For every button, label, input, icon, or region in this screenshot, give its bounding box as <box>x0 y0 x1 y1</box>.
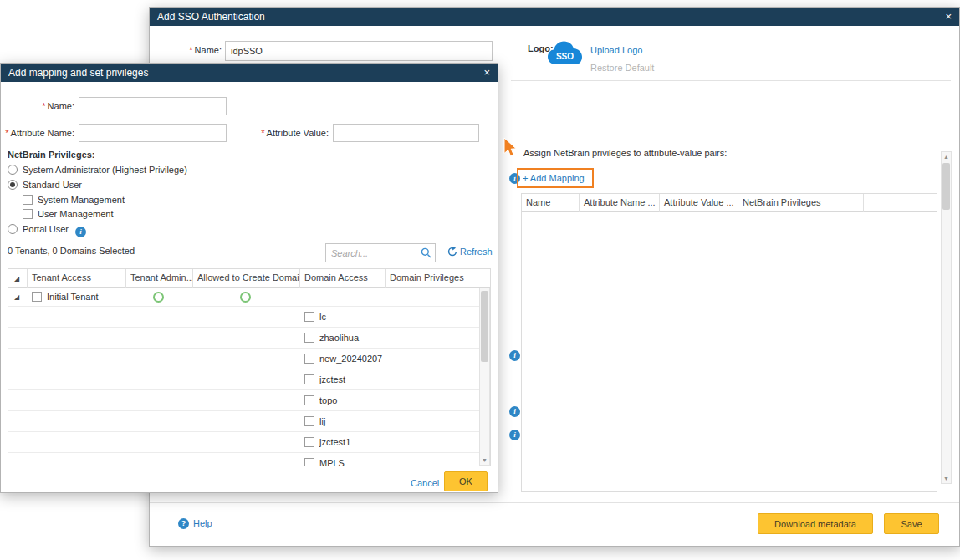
col-allowed-create-domain: Allowed to Create Domain ... <box>192 269 299 288</box>
info-icon[interactable]: i <box>509 350 520 361</box>
sso-dialog-title: Add SSO Authentication <box>157 8 265 26</box>
attribute-value-input[interactable] <box>333 124 479 142</box>
add-mapping-highlight-annotation: + Add Mapping <box>517 168 594 188</box>
close-icon[interactable]: × <box>483 64 490 82</box>
col-empty <box>863 194 937 212</box>
domain-row: zhaolihua <box>8 328 490 349</box>
domain-checkbox[interactable] <box>304 312 314 322</box>
checkbox-system-management[interactable]: System Management <box>23 195 125 205</box>
sso-mapping-table-header: Name Attribute Name ... Attribute Value … <box>522 194 937 212</box>
domain-name: jzctest <box>319 369 345 390</box>
radio-system-administrator[interactable]: System Administrator (Highest Privilege) <box>8 165 187 175</box>
checkbox-icon[interactable] <box>23 195 33 205</box>
required-asterisk: * <box>42 101 45 111</box>
col-attribute-name: Attribute Name ... <box>579 194 659 212</box>
sso-name-label-text: Name: <box>195 45 222 55</box>
checkbox-icon[interactable] <box>23 209 33 219</box>
col-domain-privileges: Domain Privileges <box>385 269 491 288</box>
col-tenant-admin: Tenant Admin... <box>125 269 192 288</box>
ok-button[interactable]: OK <box>444 471 488 491</box>
tenant-row: ◢ Initial Tenant <box>8 288 490 307</box>
domain-row: lij <box>8 411 490 432</box>
close-icon[interactable]: × <box>945 8 952 26</box>
upload-logo-link[interactable]: Upload Logo <box>590 45 642 55</box>
logo-section-divider <box>511 80 951 81</box>
domain-checkbox[interactable] <box>304 458 314 466</box>
help-icon[interactable]: ? <box>178 518 189 529</box>
search-icon[interactable] <box>421 247 431 258</box>
mapping-dialog-titlebar: Add mapping and set privileges × <box>1 64 498 82</box>
sso-panel-scrollbar[interactable]: ▲ ▼ <box>941 151 952 484</box>
checkbox-user-management[interactable]: User Management <box>23 209 114 219</box>
radio-icon[interactable] <box>8 165 18 175</box>
domain-checkbox[interactable] <box>304 374 314 384</box>
domain-checkbox[interactable] <box>304 354 314 364</box>
domain-name: MPLS <box>319 453 345 466</box>
domain-name: topo <box>319 390 337 411</box>
tenant-table-header: ◢ Tenant Access Tenant Admin... Allowed … <box>8 269 490 288</box>
domain-name: new_20240207 <box>319 349 382 369</box>
domain-row: MPLS <box>8 453 490 466</box>
scroll-down-icon[interactable]: ▼ <box>480 457 489 463</box>
attribute-name-label-text: Attribute Name: <box>11 128 74 138</box>
add-mapping-link[interactable]: + Add Mapping <box>523 171 585 185</box>
mapping-name-label: *Name: <box>1 97 74 115</box>
sso-mapping-table: Name Attribute Name ... Attribute Value … <box>521 193 937 492</box>
sso-name-input[interactable] <box>225 41 493 61</box>
tenant-table-scrollbar[interactable]: ▼ <box>479 288 490 466</box>
refresh-button[interactable]: Refresh <box>447 247 493 257</box>
domain-row: jzctest <box>8 369 490 390</box>
scrollbar-thumb[interactable] <box>481 291 488 362</box>
cancel-button[interactable]: Cancel <box>411 477 439 489</box>
scroll-up-icon[interactable]: ▲ <box>942 154 951 160</box>
search-input[interactable] <box>326 244 418 262</box>
radio-selected-icon[interactable] <box>8 180 18 190</box>
attribute-name-input[interactable] <box>79 124 227 142</box>
col-name: Name <box>522 194 579 212</box>
mapping-name-label-text: Name: <box>48 101 74 111</box>
domain-row: new_20240207 <box>8 349 490 369</box>
radio-label: Portal User <box>23 224 69 234</box>
domain-checkbox[interactable] <box>304 395 314 405</box>
col-tenant-access: Tenant Access <box>27 269 125 288</box>
attribute-name-label: *Attribute Name: <box>1 124 74 142</box>
privileges-heading: NetBrain Privileges: <box>8 145 95 164</box>
required-asterisk: * <box>261 128 264 138</box>
add-mapping-dialog: Add mapping and set privileges × *Name: … <box>0 63 498 493</box>
download-metadata-button[interactable]: Download metadata <box>758 513 873 534</box>
tenant-admin-toggle[interactable] <box>153 292 164 303</box>
save-button[interactable]: Save <box>884 513 939 534</box>
domain-name: lij <box>319 411 325 432</box>
info-icon[interactable]: i <box>509 430 520 440</box>
radio-standard-user[interactable]: Standard User <box>8 180 82 190</box>
radio-icon[interactable] <box>8 224 18 234</box>
sso-logo-cloud-icon: SSO <box>546 39 585 68</box>
radio-label: Standard User <box>23 180 82 190</box>
refresh-icon <box>447 247 457 257</box>
domain-name: zhaolihua <box>319 328 359 349</box>
scrollbar-thumb[interactable] <box>942 163 950 210</box>
info-icon[interactable]: i <box>75 227 86 237</box>
domain-checkbox[interactable] <box>304 333 314 343</box>
expand-row-icon[interactable]: ◢ <box>14 293 19 301</box>
mapping-name-input[interactable] <box>79 97 227 115</box>
domain-name: jzctest1 <box>319 432 350 453</box>
restore-default-link[interactable]: Restore Default <box>590 63 654 73</box>
domain-row: jzctest1 <box>8 432 490 453</box>
allowed-create-domain-toggle[interactable] <box>240 292 251 303</box>
required-asterisk: * <box>189 45 192 55</box>
radio-label: System Administrator (Highest Privilege) <box>23 165 187 175</box>
help-link[interactable]: Help <box>193 518 212 529</box>
domain-checkbox[interactable] <box>304 437 314 447</box>
radio-portal-user[interactable]: Portal User i <box>8 224 86 237</box>
domain-row: topo <box>8 390 490 411</box>
expand-all-icon[interactable]: ◢ <box>14 275 19 283</box>
col-netbrain-privileges: NetBrain Privileges <box>738 194 863 212</box>
scroll-down-icon[interactable]: ▼ <box>942 476 951 481</box>
domain-checkbox[interactable] <box>304 416 314 426</box>
tenant-name: Initial Tenant <box>47 288 99 307</box>
sso-logo-text: SSO <box>556 52 574 61</box>
info-icon[interactable]: i <box>509 406 520 417</box>
checkbox-label: User Management <box>38 209 114 219</box>
tenant-checkbox[interactable] <box>32 292 42 302</box>
